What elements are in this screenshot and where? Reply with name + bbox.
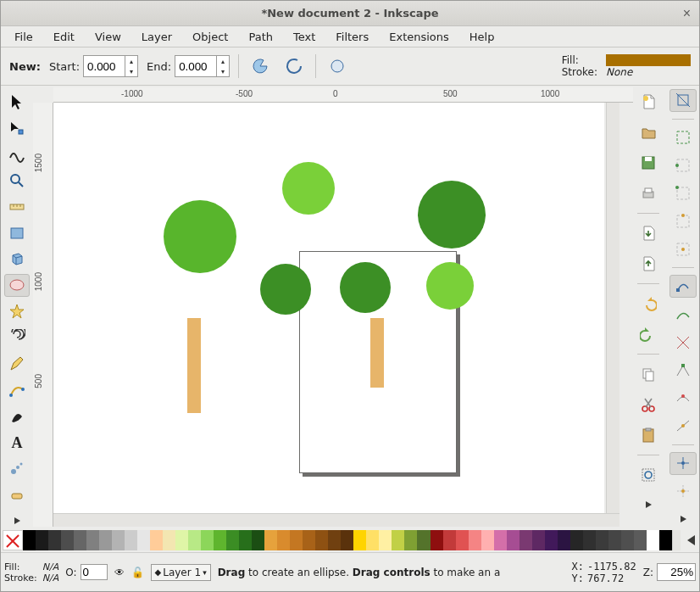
swatch[interactable] (328, 530, 341, 550)
swatch[interactable] (431, 530, 443, 550)
swatch[interactable] (634, 530, 647, 550)
tool-zoom[interactable] (4, 170, 30, 193)
swatch[interactable] (239, 530, 252, 550)
swatch[interactable] (214, 530, 226, 550)
tool-selector[interactable] (4, 91, 30, 114)
export-icon[interactable] (635, 251, 662, 276)
open-document-icon[interactable] (635, 120, 662, 145)
snap-path-icon[interactable] (669, 303, 697, 326)
end-input[interactable] (175, 56, 216, 76)
snap-line-mid-icon[interactable] (669, 415, 697, 438)
swatch[interactable] (519, 530, 532, 550)
make-whole-icon[interactable] (325, 53, 350, 79)
opacity-input[interactable] (81, 564, 108, 580)
tool-text[interactable]: A (4, 431, 30, 454)
toolbar-more-left[interactable] (635, 498, 662, 511)
snap-edge-mid-icon[interactable] (669, 210, 697, 233)
zoom-selection-icon[interactable] (635, 462, 662, 488)
cut-icon[interactable] (635, 392, 662, 417)
swatch[interactable] (163, 530, 175, 550)
end-up[interactable]: ▴ (217, 56, 229, 66)
start-down[interactable]: ▾ (125, 66, 137, 76)
start-up[interactable]: ▴ (125, 56, 137, 66)
snap-smooth-icon[interactable] (669, 387, 697, 410)
swatch[interactable] (150, 530, 163, 550)
scrollbar-vertical[interactable] (606, 103, 619, 513)
swatch[interactable] (608, 530, 621, 550)
swatch[interactable] (558, 530, 570, 550)
snap-toggle-icon[interactable] (669, 89, 697, 112)
snap-bbox-icon[interactable] (669, 126, 697, 149)
swatch[interactable] (137, 530, 150, 550)
arc-open-icon[interactable] (281, 53, 307, 79)
tool-pencil[interactable] (4, 353, 30, 376)
start-input[interactable] (84, 56, 125, 76)
menu-text[interactable]: Text (285, 28, 324, 46)
layer-visibility-icon[interactable]: 👁 (114, 567, 125, 578)
tool-3dbox[interactable] (4, 248, 30, 271)
layer-selector[interactable]: ◆ Layer 1 ▾ (151, 564, 211, 581)
stroke-value[interactable]: None (606, 66, 632, 78)
swatch[interactable] (315, 530, 328, 550)
swatch[interactable] (583, 530, 596, 550)
scrollbar-horizontal[interactable] (53, 513, 619, 527)
end-spin[interactable]: ▴▾ (175, 55, 230, 77)
swatch[interactable] (469, 530, 481, 550)
swatch[interactable] (125, 530, 137, 550)
palette-menu-icon[interactable] (683, 530, 698, 550)
menu-path[interactable]: Path (240, 28, 281, 46)
tool-bezier[interactable] (4, 378, 30, 401)
swatch[interactable] (404, 530, 417, 550)
swatch[interactable] (290, 530, 303, 550)
swatch[interactable] (23, 530, 36, 550)
close-icon[interactable]: × (683, 6, 691, 21)
tool-eraser[interactable] (4, 483, 30, 506)
swatch[interactable] (99, 530, 112, 550)
menu-extensions[interactable]: Extensions (381, 28, 458, 46)
swatch[interactable] (277, 530, 290, 550)
zoom-input[interactable] (657, 563, 696, 581)
swatch[interactable] (175, 530, 188, 550)
swatch[interactable] (659, 530, 672, 550)
import-icon[interactable] (635, 221, 662, 246)
swatch[interactable] (481, 530, 494, 550)
tool-measure[interactable] (4, 195, 30, 218)
swatch[interactable] (596, 530, 608, 550)
swatch[interactable] (545, 530, 558, 550)
end-down[interactable]: ▾ (217, 66, 229, 76)
toolbar-more-right[interactable] (669, 513, 697, 525)
snap-cusp-icon[interactable] (669, 359, 697, 382)
tool-rect[interactable] (4, 221, 30, 244)
swatch[interactable] (366, 530, 379, 550)
menu-edit[interactable]: Edit (45, 28, 83, 46)
tool-spiral[interactable] (4, 327, 30, 349)
swatch[interactable] (570, 530, 583, 550)
menu-help[interactable]: Help (461, 28, 503, 46)
swatch[interactable] (353, 530, 366, 550)
tool-spray[interactable] (4, 457, 30, 480)
undo-icon[interactable] (635, 291, 662, 316)
swatch[interactable] (379, 530, 392, 550)
status-stroke-value[interactable]: N/A (42, 572, 58, 584)
swatch[interactable] (507, 530, 519, 550)
swatch[interactable] (201, 530, 214, 550)
swatch[interactable] (48, 530, 61, 550)
paste-icon[interactable] (635, 422, 662, 448)
swatch[interactable] (341, 530, 353, 550)
swatch[interactable] (532, 530, 545, 550)
swatch[interactable] (74, 530, 86, 550)
swatch[interactable] (61, 530, 74, 550)
swatch[interactable] (112, 530, 125, 550)
menu-view[interactable]: View (86, 28, 130, 46)
canvas[interactable] (53, 103, 604, 513)
swatch[interactable] (303, 530, 315, 550)
swatch[interactable] (417, 530, 430, 550)
swatch[interactable] (443, 530, 456, 550)
tool-ellipse[interactable] (4, 274, 30, 297)
arc-slice-icon[interactable] (247, 53, 273, 79)
start-spin[interactable]: ▴▾ (83, 55, 138, 77)
palette-scroll[interactable] (672, 530, 681, 550)
copy-icon[interactable] (635, 361, 662, 387)
redo-icon[interactable] (635, 321, 662, 347)
snap-bbox-corner-icon[interactable] (669, 182, 697, 205)
